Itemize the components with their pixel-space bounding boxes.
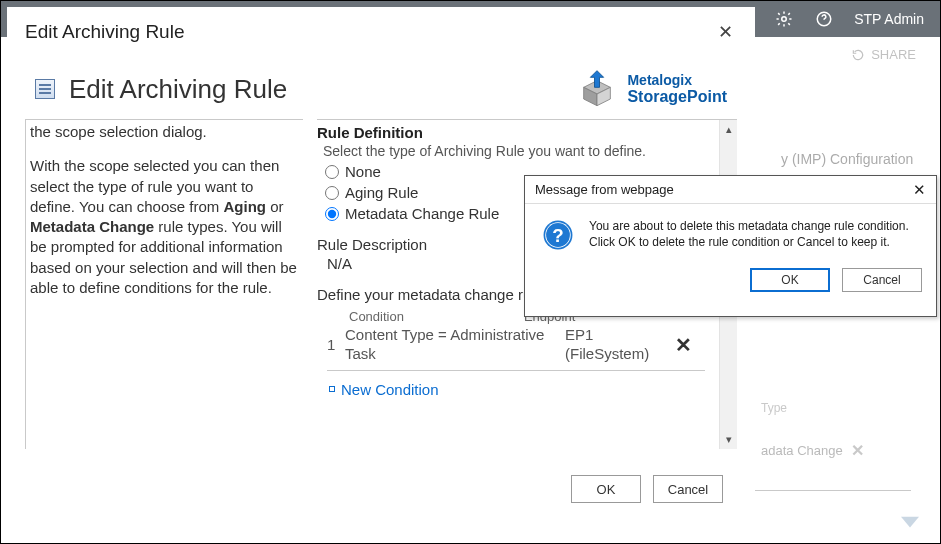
bullet-icon	[329, 386, 335, 392]
help-p2d: Metadata Change	[30, 218, 154, 235]
msgbox-titlebar: Message from webpage ✕	[525, 176, 936, 204]
rule-definition-sub: Select the type of Archiving Rule you wa…	[323, 143, 705, 159]
topbar-user[interactable]: STP Admin	[854, 11, 924, 27]
msgbox-body: ? You are about to delete this metadata …	[525, 204, 936, 262]
radio-metadata-input[interactable]	[325, 207, 339, 221]
dialog-heading-text: Edit Archiving Rule	[69, 74, 287, 105]
dialog-title: Edit Archiving Rule	[25, 21, 184, 43]
help-p2: With the scope selected you can then sel…	[30, 156, 299, 298]
dialog-titlebar: Edit Archiving Rule ✕	[7, 7, 755, 51]
col-condition: Condition	[349, 309, 404, 324]
brand-logo: Metalogix StoragePoint	[577, 69, 727, 109]
condition-index: 1	[327, 336, 345, 353]
radio-metadata-label: Metadata Change Rule	[345, 205, 499, 222]
msgbox-title: Message from webpage	[535, 182, 674, 197]
help-panel: the scope selection dialog. With the sco…	[25, 119, 303, 449]
rule-definition-title: Rule Definition	[317, 124, 705, 141]
gear-icon[interactable]	[774, 9, 794, 29]
endpoint-text: EP1 (FileSystem)	[565, 326, 675, 364]
msgbox-text: You are about to delete this metadata ch…	[589, 218, 920, 252]
condition-row: 1 Content Type = Administrative Task EP1…	[327, 326, 705, 371]
dialog-close-icon[interactable]: ✕	[714, 17, 737, 47]
new-condition-link[interactable]: New Condition	[329, 381, 705, 398]
help-p2b: Aging	[223, 198, 266, 215]
dialog-header: Edit Archiving Rule Metalogix StoragePoi…	[7, 51, 755, 119]
help-p1: the scope selection dialog.	[30, 122, 299, 142]
new-condition-label: New Condition	[341, 381, 439, 398]
help-p2c: or	[266, 198, 284, 215]
radio-none-label: None	[345, 163, 381, 180]
condition-text: Content Type = Administrative Task	[345, 326, 565, 364]
radio-none-input[interactable]	[325, 165, 339, 179]
help-icon[interactable]	[814, 9, 834, 29]
svg-point-0	[782, 17, 787, 22]
confirm-delete-dialog: Message from webpage ✕ ? You are about t…	[524, 175, 937, 317]
document-icon	[35, 79, 55, 99]
dialog-buttons: OK Cancel	[571, 475, 723, 503]
brand-top: Metalogix	[627, 72, 727, 88]
radio-aging-input[interactable]	[325, 186, 339, 200]
msgbox-ok-button[interactable]: OK	[750, 268, 830, 292]
scroll-up-icon[interactable]: ▴	[726, 120, 732, 139]
dialog-heading: Edit Archiving Rule	[35, 74, 287, 105]
msgbox-close-icon[interactable]: ✕	[913, 181, 926, 199]
delete-condition-icon[interactable]: ✕	[675, 333, 692, 357]
msgbox-cancel-button[interactable]: Cancel	[842, 268, 922, 292]
radio-aging-label: Aging Rule	[345, 184, 418, 201]
question-icon: ?	[541, 218, 575, 252]
cancel-button[interactable]: Cancel	[653, 475, 723, 503]
scroll-down-icon[interactable]: ▾	[726, 430, 732, 449]
svg-text:?: ?	[552, 225, 563, 246]
storagepoint-box-icon	[577, 69, 617, 109]
msgbox-buttons: OK Cancel	[525, 262, 936, 304]
ok-button[interactable]: OK	[571, 475, 641, 503]
brand-bottom: StoragePoint	[627, 88, 727, 106]
